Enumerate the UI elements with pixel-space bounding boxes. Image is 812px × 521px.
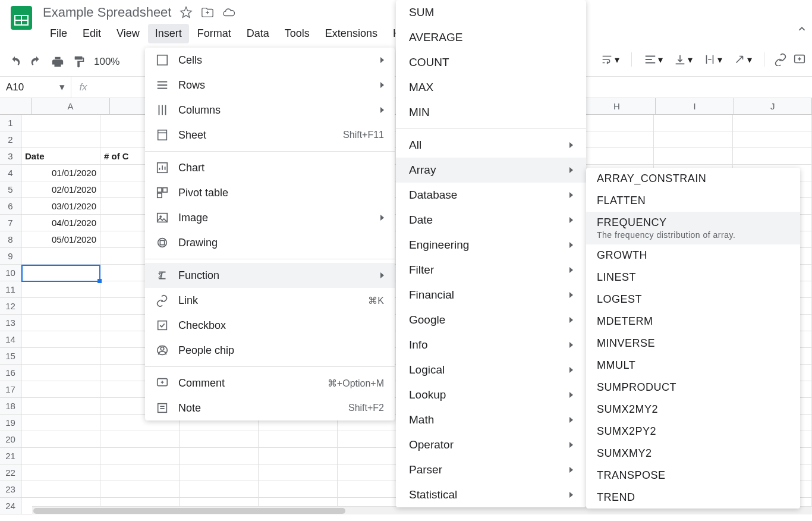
insert-image[interactable]: Image <box>145 205 395 230</box>
star-icon[interactable] <box>180 6 193 19</box>
function-category-info[interactable]: Info <box>396 332 586 357</box>
insert-drawing[interactable]: Drawing <box>145 230 395 255</box>
insert-sheet[interactable]: SheetShift+F11 <box>145 123 395 147</box>
insert-link[interactable]: Link⌘K <box>145 288 395 313</box>
cell[interactable] <box>21 415 100 431</box>
array-fn-trend[interactable]: TREND <box>586 487 800 509</box>
row-header[interactable]: 10 <box>0 265 21 281</box>
menu-extensions[interactable]: Extensions <box>318 24 385 43</box>
wrap-icon[interactable] <box>703 53 716 66</box>
cell[interactable] <box>21 431 100 448</box>
insert-checkbox[interactable]: Checkbox <box>145 313 395 338</box>
row-header[interactable]: 12 <box>0 298 21 315</box>
menu-view[interactable]: View <box>109 24 147 43</box>
cell[interactable] <box>654 148 733 165</box>
function-category-array[interactable]: Array <box>396 158 586 183</box>
array-fn-logest[interactable]: LOGEST <box>586 288 800 310</box>
cell[interactable]: Date <box>21 148 100 165</box>
array-fn-flatten[interactable]: FLATTEN <box>586 190 800 212</box>
dropdown-caret-icon[interactable]: ▾ <box>717 54 722 65</box>
dropdown-caret-icon[interactable]: ▾ <box>747 54 752 65</box>
cell[interactable] <box>180 464 259 481</box>
cell[interactable] <box>21 348 100 365</box>
cell[interactable] <box>21 481 100 498</box>
name-box[interactable]: A10 ▾ <box>0 77 71 98</box>
function-category-engineering[interactable]: Engineering <box>396 233 586 258</box>
cell[interactable] <box>733 148 812 165</box>
cell[interactable] <box>100 481 180 498</box>
dropdown-caret-icon[interactable]: ▾ <box>688 54 693 65</box>
link-icon[interactable] <box>774 53 787 66</box>
comment-add-icon[interactable] <box>793 53 806 66</box>
zoom-level[interactable]: 100% <box>94 56 119 68</box>
function-category-filter[interactable]: Filter <box>396 258 586 283</box>
select-all-corner[interactable] <box>0 98 32 114</box>
row-header[interactable]: 6 <box>0 198 21 215</box>
cell[interactable] <box>180 481 259 498</box>
column-header[interactable]: H <box>578 98 656 114</box>
function-count[interactable]: COUNT <box>396 50 586 75</box>
dropdown-caret-icon[interactable]: ▾ <box>59 81 65 93</box>
cell[interactable] <box>21 131 100 148</box>
function-category-statistical[interactable]: Statistical <box>396 482 586 507</box>
row-header[interactable]: 13 <box>0 315 21 331</box>
function-category-all[interactable]: All <box>396 133 586 158</box>
cell[interactable] <box>575 131 654 148</box>
cloud-status-icon[interactable] <box>222 6 235 19</box>
array-fn-sumproduct[interactable]: SUMPRODUCT <box>586 376 800 398</box>
menu-file[interactable]: File <box>43 24 74 43</box>
menu-insert[interactable]: Insert <box>148 24 189 43</box>
row-header[interactable]: 21 <box>0 448 21 464</box>
cell[interactable] <box>21 381 100 398</box>
menu-tools[interactable]: Tools <box>278 24 317 43</box>
dropdown-caret-icon[interactable]: ▾ <box>658 54 663 65</box>
row-header[interactable]: 14 <box>0 331 21 348</box>
cell[interactable] <box>100 464 180 481</box>
array-fn-array_constrain[interactable]: ARRAY_CONSTRAIN <box>586 168 800 190</box>
row-header[interactable]: 18 <box>0 398 21 415</box>
array-fn-sumx2my2[interactable]: SUMX2MY2 <box>586 398 800 420</box>
row-header[interactable]: 8 <box>0 231 21 248</box>
sheets-logo-icon[interactable] <box>8 5 34 31</box>
collapse-icon[interactable] <box>795 23 808 36</box>
align-icon[interactable] <box>644 53 657 66</box>
cell[interactable] <box>21 281 100 298</box>
redo-icon[interactable] <box>30 55 43 68</box>
function-min[interactable]: MIN <box>396 100 586 125</box>
function-category-parser[interactable]: Parser <box>396 457 586 482</box>
array-fn-transpose[interactable]: TRANSPOSE <box>586 464 800 487</box>
row-header[interactable]: 11 <box>0 281 21 298</box>
cell[interactable] <box>180 431 259 448</box>
function-category-lookup[interactable]: Lookup <box>396 382 586 407</box>
cell[interactable]: 01/01/2020 <box>21 165 100 181</box>
cell[interactable] <box>21 331 100 348</box>
function-category-operator[interactable]: Operator <box>396 432 586 457</box>
insert-note[interactable]: NoteShift+F2 <box>145 396 395 420</box>
function-category-date[interactable]: Date <box>396 208 586 233</box>
cell[interactable] <box>575 115 654 131</box>
valign-icon[interactable] <box>673 53 687 66</box>
array-fn-frequency[interactable]: FREQUENCYThe frequency distribution of a… <box>586 212 800 244</box>
insert-chart[interactable]: Chart <box>145 155 395 180</box>
array-fn-mdeterm[interactable]: MDETERM <box>586 310 800 332</box>
row-header[interactable]: 17 <box>0 381 21 398</box>
function-average[interactable]: AVERAGE <box>396 25 586 50</box>
row-header[interactable]: 15 <box>0 348 21 365</box>
row-header[interactable]: 5 <box>0 181 21 198</box>
function-max[interactable]: MAX <box>396 75 586 100</box>
menu-format[interactable]: Format <box>190 24 238 43</box>
row-header[interactable]: 3 <box>0 148 21 165</box>
cell[interactable]: 03/01/2020 <box>21 198 100 215</box>
insert-cells[interactable]: Cells <box>145 48 395 73</box>
cell[interactable] <box>21 398 100 415</box>
insert-rows[interactable]: Rows <box>145 73 395 98</box>
row-header[interactable]: 7 <box>0 215 21 231</box>
array-fn-sumxmy2[interactable]: SUMXMY2 <box>586 442 800 464</box>
paint-format-icon[interactable] <box>73 55 86 68</box>
cell[interactable]: 02/01/2020 <box>21 181 100 198</box>
menu-data[interactable]: Data <box>240 24 276 43</box>
row-header[interactable]: 24 <box>0 498 21 514</box>
insert-people-chip[interactable]: People chip <box>145 338 395 363</box>
cell[interactable] <box>654 115 733 131</box>
array-fn-growth[interactable]: GROWTH <box>586 244 800 266</box>
